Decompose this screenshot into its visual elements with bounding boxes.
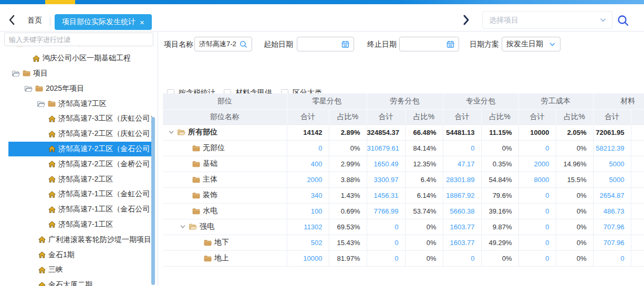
home-icon [48,161,56,167]
folder-open-icon[interactable] [37,100,45,108]
total-cell[interactable]: 340 [287,187,329,203]
total-cell[interactable]: 0 [518,187,556,203]
end-date-input[interactable] [399,37,459,51]
total-cell[interactable]: 707.96 [593,235,631,250]
project-select[interactable] [482,11,612,29]
tab-close-icon[interactable]: × [140,18,144,26]
part-name-cell[interactable]: 主体 [163,172,287,187]
total-cell[interactable]: 58212.39 [593,140,631,156]
tree-item-label: 鸿庆公司小区一期基础工程 [43,54,131,63]
total-cell[interactable]: 0 [443,140,481,156]
tree-item-label: 济邹高速7-2工区（金桥公司） [58,160,153,169]
total-cell[interactable]: 0 [518,250,556,266]
calendar-icon[interactable] [446,40,454,48]
total-cell[interactable]: 3300.97 [367,172,405,187]
tree-item[interactable]: 济邹高速7工区 [0,96,153,111]
total-cell[interactable]: 2000 [287,172,329,187]
part-name-cell[interactable]: 强电 [163,219,287,235]
total-cell[interactable]: 400 [287,156,329,172]
collapse-icon[interactable] [180,224,186,230]
total-cell[interactable]: 486.73 [593,203,631,219]
tree-item[interactable]: 三峡 [0,262,153,278]
total-cell[interactable]: 0 [593,250,631,266]
percent-cell: 0% [556,140,593,156]
total-cell[interactable]: 0 [287,140,329,156]
tree-item[interactable]: 济邹高速7-2工区 [0,172,153,187]
tree-item[interactable]: 济邹高速7-1工区（金虹公司） [0,187,153,202]
percent-cell: 6.4% [405,172,443,187]
folder-open-icon [177,129,185,136]
tree-item[interactable]: 济邹高速7-2工区（庆虹公司） [0,126,153,142]
tree-filter-input[interactable] [4,33,153,46]
tree-item[interactable]: 济邹高速7-3工区（庆虹公司） [0,111,153,126]
total-cell[interactable]: 5000 [593,156,631,172]
part-name-cell[interactable]: 基础 [163,156,287,172]
total-cell[interactable]: 1603.77 [443,235,481,250]
part-name-cell[interactable]: 地下 [163,235,287,250]
chevron-down-icon[interactable] [599,16,607,24]
part-name-cell[interactable]: 装饰 [163,187,287,203]
project-select-input[interactable] [489,16,599,24]
percent-cell: 0.35% [481,156,518,172]
total-cell[interactable]: 502 [287,235,329,250]
start-date-input[interactable] [297,37,354,51]
total-cell[interactable]: 0 [518,140,556,156]
collapse-icon[interactable] [168,129,174,135]
tree-item[interactable]: 鸿庆公司小区一期基础工程 [0,51,153,66]
total-cell[interactable]: 0 [367,235,405,250]
total-cell[interactable]: 11302 [287,219,329,235]
total-cell[interactable]: 1603.77 [443,219,481,235]
column-header: 占比% [556,109,593,124]
part-name-cell[interactable]: 无部位 [163,140,287,156]
total-cell[interactable]: 2654.87 [593,187,631,203]
calendar-icon[interactable] [341,40,349,48]
column-header: 占比% [405,109,443,124]
folder-open-icon[interactable] [24,85,33,92]
back-icon[interactable] [7,13,17,27]
tree-item[interactable]: 济邹高速7-2工区（金石公司） [0,142,153,157]
tab-active[interactable]: 项目部位实际发生统计 × [55,14,152,30]
part-name-cell[interactable]: 水电 [163,203,287,219]
tree-item[interactable]: 济邹高速7-2工区（金桥公司） [0,156,153,172]
total-cell[interactable]: 1456.31 [367,187,405,203]
search-icon[interactable] [240,40,247,48]
tree-item[interactable]: 金石1期 [0,247,153,262]
total-cell[interactable]: 0 [443,250,481,266]
tree-scrollbar[interactable] [151,117,155,285]
total-cell[interactable]: 5000 [593,172,631,187]
percent-cell: 0% [405,250,443,266]
total-cell[interactable]: 0 [518,203,556,219]
total-cell[interactable]: 2000 [518,156,556,172]
total-cell[interactable]: 0 [518,219,556,235]
total-cell[interactable]: 47.17 [443,156,481,172]
part-name-cell[interactable]: 所有部位 [163,124,287,140]
tree-item[interactable]: 项目 [0,66,153,81]
total-cell[interactable]: 0 [518,235,556,250]
total-cell[interactable]: 18867.92 [443,187,481,203]
forward-icon[interactable] [461,13,471,27]
total-cell[interactable]: 100 [287,203,329,219]
tree-item[interactable]: 济邹高速7-1工区（金石公司） [0,202,153,217]
total-cell[interactable]: 8000 [518,172,556,187]
search-icon[interactable] [617,14,629,27]
percent-cell: 0.69% [329,203,367,219]
total-cell[interactable]: 28301.89 [443,172,481,187]
project-name-input[interactable]: 济邹高速7-2 [194,37,252,51]
total-cell[interactable]: 0 [367,250,405,266]
total-cell[interactable]: 7766.99 [367,203,405,219]
tab-home[interactable]: 首页 [27,16,42,25]
tree-item[interactable]: 广利港滚装客轮防沙堤一期项目 [0,232,153,247]
total-cell[interactable]: 10000 [287,250,329,266]
folder-open-icon[interactable] [12,70,20,77]
total-cell[interactable]: 310679.61 [367,140,405,156]
total-cell[interactable]: 0 [367,219,405,235]
total-cell[interactable]: 1650.49 [367,156,405,172]
date-scheme-select[interactable]: 按发生日期 [502,37,560,51]
total-cell[interactable]: 707.96 [593,219,631,235]
tree-item[interactable]: 2025年项目 [0,81,153,96]
chevron-down-icon[interactable] [549,41,556,48]
part-name-cell[interactable]: 地上 [163,250,287,266]
total-cell[interactable]: 5660.38 [443,203,481,219]
tree-item[interactable]: 金石大厦二期 [0,278,153,286]
tree-item[interactable]: 济邹高速7-1工区 [0,217,153,232]
